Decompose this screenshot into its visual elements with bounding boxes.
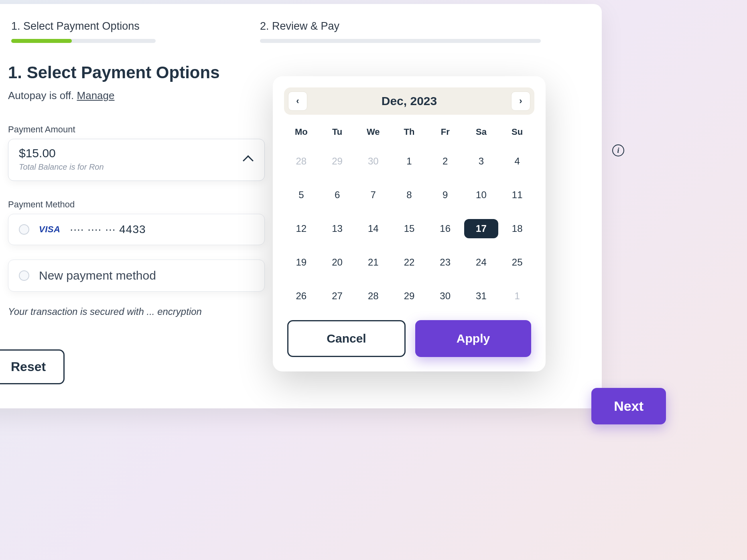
date-day[interactable]: 21 <box>356 253 390 272</box>
step-1: 1. Select Payment Options <box>11 20 156 43</box>
date-day[interactable]: 13 <box>320 219 355 238</box>
date-dow: Tu <box>320 127 355 137</box>
payment-amount-dropdown[interactable]: $15.00 Total Balance is for Ron <box>8 139 265 181</box>
date-day[interactable]: 30 <box>356 152 390 171</box>
date-dow: Mo <box>284 127 319 137</box>
step-1-label: 1. Select Payment Options <box>11 20 156 32</box>
date-day[interactable]: 9 <box>428 185 463 205</box>
payment-method-visa-option[interactable]: VISA ···· ···· ··· 4433 <box>8 214 265 245</box>
date-dow: Th <box>392 127 426 137</box>
date-day[interactable]: 1 <box>392 152 426 171</box>
date-day[interactable]: 18 <box>500 219 534 238</box>
date-apply-button[interactable]: Apply <box>415 320 531 357</box>
payment-method-new-option[interactable]: New payment method <box>8 260 265 292</box>
date-day[interactable]: 22 <box>392 253 426 272</box>
autopay-prefix: Autopay is off. <box>8 89 77 101</box>
date-day[interactable]: 30 <box>428 286 463 306</box>
date-day[interactable]: 15 <box>392 219 426 238</box>
date-day[interactable]: 16 <box>428 219 463 238</box>
step-2: 2. Review & Pay <box>260 20 541 43</box>
date-day[interactable]: 27 <box>320 286 355 306</box>
date-day[interactable]: 8 <box>392 185 426 205</box>
date-day[interactable]: 17 <box>464 219 499 238</box>
date-day[interactable]: 25 <box>500 253 534 272</box>
date-day[interactable]: 2 <box>428 152 463 171</box>
date-day[interactable]: 6 <box>320 185 355 205</box>
date-grid: MoTuWeThFrSaSu28293012345678910111213141… <box>284 127 534 306</box>
date-dow: Su <box>500 127 534 137</box>
date-day[interactable]: 11 <box>500 185 534 205</box>
date-day[interactable]: 23 <box>428 253 463 272</box>
date-day[interactable]: 1 <box>500 286 534 306</box>
date-picker: ‹ Dec, 2023 › MoTuWeThFrSaSu282930123456… <box>273 76 546 371</box>
radio-icon <box>19 224 29 235</box>
date-day[interactable]: 29 <box>392 286 426 306</box>
radio-icon <box>19 270 29 281</box>
step-1-progress-bar <box>11 39 156 43</box>
autopay-manage-link[interactable]: Manage <box>77 89 115 101</box>
date-day[interactable]: 7 <box>356 185 390 205</box>
info-icon[interactable]: i <box>612 144 625 157</box>
date-day[interactable]: 31 <box>464 286 499 306</box>
date-day[interactable]: 28 <box>356 286 390 306</box>
date-day[interactable]: 29 <box>320 152 355 171</box>
date-day[interactable]: 10 <box>464 185 499 205</box>
stepper: 1. Select Payment Options 2. Review & Pa… <box>8 20 578 43</box>
date-cancel-button[interactable]: Cancel <box>287 320 406 357</box>
payment-amount-subtext: Total Balance is for Ron <box>19 162 254 172</box>
date-day[interactable]: 26 <box>284 286 319 306</box>
date-day[interactable]: 19 <box>284 253 319 272</box>
date-dow: We <box>356 127 390 137</box>
date-picker-header: ‹ Dec, 2023 › <box>284 87 534 115</box>
date-day[interactable]: 14 <box>356 219 390 238</box>
date-prev-button[interactable]: ‹ <box>288 91 307 111</box>
chevron-up-icon <box>243 154 254 165</box>
date-day[interactable]: 5 <box>284 185 319 205</box>
next-button[interactable]: Next <box>591 388 666 424</box>
date-day[interactable]: 24 <box>464 253 499 272</box>
card-number-masked: ···· ···· ··· 4433 <box>70 223 146 236</box>
date-day[interactable]: 4 <box>500 152 534 171</box>
date-dow: Fr <box>428 127 463 137</box>
date-picker-actions: Cancel Apply <box>284 320 534 357</box>
date-day[interactable]: 28 <box>284 152 319 171</box>
date-day[interactable]: 3 <box>464 152 499 171</box>
step-2-label: 2. Review & Pay <box>260 20 541 32</box>
payment-amount-value: $15.00 <box>19 146 254 160</box>
date-day[interactable]: 20 <box>320 253 355 272</box>
date-day[interactable]: 12 <box>284 219 319 238</box>
visa-logo: VISA <box>39 224 60 235</box>
date-dow: Sa <box>464 127 499 137</box>
step-2-progress-bar <box>260 39 541 43</box>
date-next-button[interactable]: › <box>511 91 530 111</box>
new-payment-method-label: New payment method <box>39 269 156 282</box>
reset-button[interactable]: Reset <box>0 349 65 384</box>
date-picker-title: Dec, 2023 <box>382 94 437 108</box>
